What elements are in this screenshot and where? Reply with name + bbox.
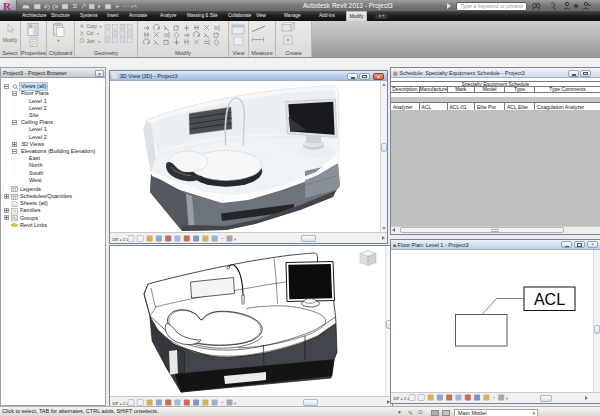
svg-text:▾: ▾ [100, 24, 102, 29]
svg-text:▾: ▾ [97, 31, 99, 36]
svg-text:Join: Join [87, 39, 96, 44]
svg-text:▾: ▾ [234, 236, 237, 241]
svg-text:ACL: ACL [534, 291, 565, 308]
svg-text:Cut: Cut [87, 31, 95, 36]
svg-text:Copy: Copy [87, 24, 98, 29]
svg-text:▾: ▾ [57, 38, 60, 43]
svg-text:Modify: Modify [3, 37, 18, 43]
svg-text:▾: ▾ [506, 396, 509, 401]
svg-text:▾: ▾ [98, 39, 100, 44]
svg-text:▾: ▾ [234, 400, 237, 405]
